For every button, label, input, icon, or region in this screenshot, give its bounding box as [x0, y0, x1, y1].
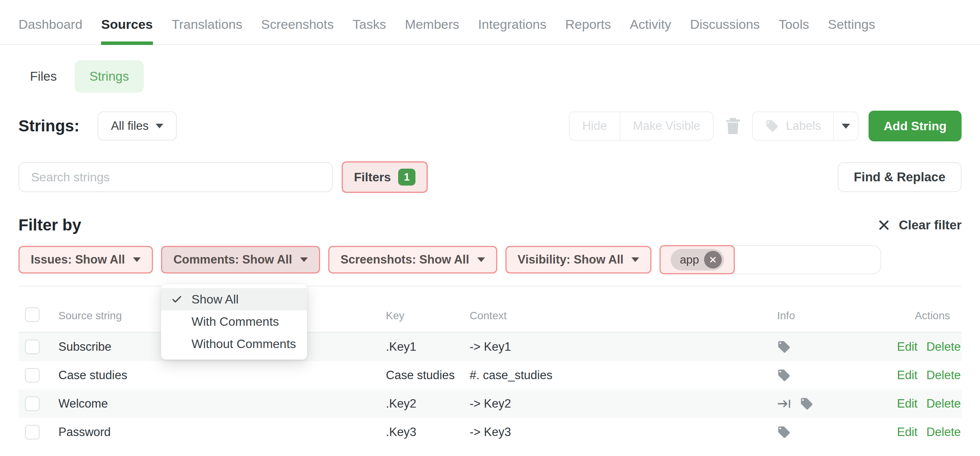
nav-item-screenshots[interactable]: Screenshots	[261, 17, 334, 44]
delete-link[interactable]: Delete	[926, 397, 961, 411]
hide-button[interactable]: Hide	[570, 112, 620, 140]
menu-item-label: Without Comments	[191, 337, 296, 351]
labels-button-group: Labels	[752, 111, 859, 141]
file-filter-value: All files	[111, 119, 149, 133]
menu-item-without-comments[interactable]: Without Comments	[161, 333, 307, 355]
filter-issues-label: Issues: Show All	[31, 253, 125, 267]
edit-link[interactable]: Edit	[897, 425, 917, 439]
remove-tag-icon[interactable]	[704, 251, 722, 269]
row-checkbox[interactable]	[25, 368, 40, 383]
chevron-down-icon	[477, 257, 485, 262]
tab-files[interactable]: Files	[18, 69, 68, 84]
cell-key: .Key3	[386, 425, 470, 439]
edit-link[interactable]: Edit	[897, 368, 917, 382]
cell-context: -> Key3	[470, 425, 777, 439]
filters-button[interactable]: Filters 1	[342, 161, 428, 193]
nav-item-tasks[interactable]: Tasks	[352, 17, 386, 44]
menu-item-label: Show All	[191, 292, 239, 307]
nav-item-members[interactable]: Members	[405, 17, 459, 44]
edit-link[interactable]: Edit	[897, 397, 917, 411]
file-filter-dropdown[interactable]: All files	[98, 111, 177, 141]
filter-issues-dropdown[interactable]: Issues: Show All	[18, 246, 153, 274]
table-header-row: Source string Key Context Info Actions	[18, 287, 962, 333]
tag-icon	[777, 425, 791, 439]
cell-info	[777, 340, 896, 354]
comments-filter-menu: Show All With Comments Without Comments	[161, 284, 307, 360]
edit-link[interactable]: Edit	[897, 340, 917, 354]
label-chip-text: app	[680, 253, 699, 266]
table-row: Case studies Case studies #. case_studie…	[18, 361, 962, 390]
cell-context: #. case_studies	[470, 368, 777, 382]
tab-strings[interactable]: Strings	[75, 60, 144, 93]
delete-link[interactable]: Delete	[926, 368, 961, 382]
filter-screenshots-dropdown[interactable]: Screenshots: Show All	[328, 246, 497, 274]
tag-icon	[800, 397, 814, 411]
delete-link[interactable]: Delete	[926, 425, 961, 439]
make-visible-button[interactable]: Make Visible	[620, 112, 713, 140]
delete-link[interactable]: Delete	[926, 340, 961, 354]
cell-info	[777, 425, 896, 439]
search-input[interactable]	[18, 162, 333, 192]
filters-count-badge: 1	[398, 169, 415, 186]
filter-screenshots-label: Screenshots: Show All	[341, 253, 469, 267]
menu-item-show-all[interactable]: Show All	[161, 288, 307, 310]
close-icon	[878, 219, 890, 231]
trash-icon	[725, 117, 741, 135]
strings-table: Source string Key Context Info Actions S…	[18, 287, 962, 446]
labels-dropdown-toggle[interactable]	[833, 112, 858, 140]
table-row: Subscribe .Key1 -> Key1 Edit Delete	[18, 333, 962, 361]
chevron-down-icon	[133, 257, 141, 262]
cell-source: Password	[58, 425, 386, 439]
nav-item-integrations[interactable]: Integrations	[478, 17, 546, 44]
menu-item-with-comments[interactable]: With Comments	[161, 310, 307, 333]
tag-icon	[777, 368, 791, 382]
filters-button-label: Filters	[354, 170, 391, 184]
tab-arrow-icon	[777, 397, 792, 411]
nav-item-settings[interactable]: Settings	[828, 17, 875, 44]
cell-info	[777, 397, 896, 411]
clear-filter-label: Clear filter	[899, 218, 962, 232]
cell-source: Welcome	[58, 397, 386, 411]
chevron-down-icon	[842, 124, 850, 129]
labels-filter-field: app	[659, 245, 881, 274]
chevron-down-icon	[300, 257, 308, 262]
select-all-checkbox[interactable]	[25, 307, 40, 322]
strings-header-row: Strings: All files Hide Make Visible Lab…	[18, 111, 962, 141]
nav-item-sources[interactable]: Sources	[101, 17, 153, 44]
clear-filter-button[interactable]: Clear filter	[878, 218, 962, 232]
cell-context: -> Key2	[470, 397, 777, 411]
cell-key: .Key1	[386, 340, 470, 354]
row-checkbox[interactable]	[25, 340, 40, 354]
nav-item-dashboard[interactable]: Dashboard	[18, 17, 82, 44]
header-actions: Actions	[896, 310, 962, 322]
check-icon	[171, 293, 183, 305]
nav-item-translations[interactable]: Translations	[172, 17, 243, 44]
visibility-button-group: Hide Make Visible	[569, 111, 714, 141]
header-info: Info	[777, 310, 896, 322]
filter-by-title: Filter by	[18, 216, 81, 234]
cell-key: .Key2	[386, 397, 470, 411]
row-checkbox[interactable]	[25, 425, 40, 439]
add-string-button[interactable]: Add String	[869, 111, 962, 141]
labels-button[interactable]: Labels	[753, 112, 833, 140]
label-chip-app: app	[671, 249, 724, 270]
source-view-tabs: Files Strings	[18, 60, 962, 93]
top-navigation: Dashboard Sources Translations Screensho…	[0, 0, 980, 45]
filter-visibility-label: Visibility: Show All	[518, 253, 624, 267]
nav-item-activity[interactable]: Activity	[630, 17, 671, 44]
nav-item-discussions[interactable]: Discussions	[690, 17, 760, 44]
tag-icon	[765, 119, 779, 133]
cell-info	[777, 368, 896, 382]
cell-source: Case studies	[58, 368, 386, 382]
table-row: Password .Key3 -> Key3 Edit Delete	[18, 418, 962, 446]
header-checkbox-cell	[18, 307, 58, 322]
nav-item-reports[interactable]: Reports	[565, 17, 611, 44]
find-replace-button[interactable]: Find & Replace	[838, 162, 962, 192]
cell-key: Case studies	[386, 368, 470, 382]
nav-item-tools[interactable]: Tools	[779, 17, 809, 44]
filter-visibility-dropdown[interactable]: Visibility: Show All	[505, 246, 652, 274]
row-checkbox[interactable]	[25, 396, 40, 411]
labels-button-label: Labels	[786, 119, 821, 133]
filter-comments-dropdown[interactable]: Comments: Show All	[161, 246, 320, 274]
delete-strings-button[interactable]	[725, 117, 741, 135]
